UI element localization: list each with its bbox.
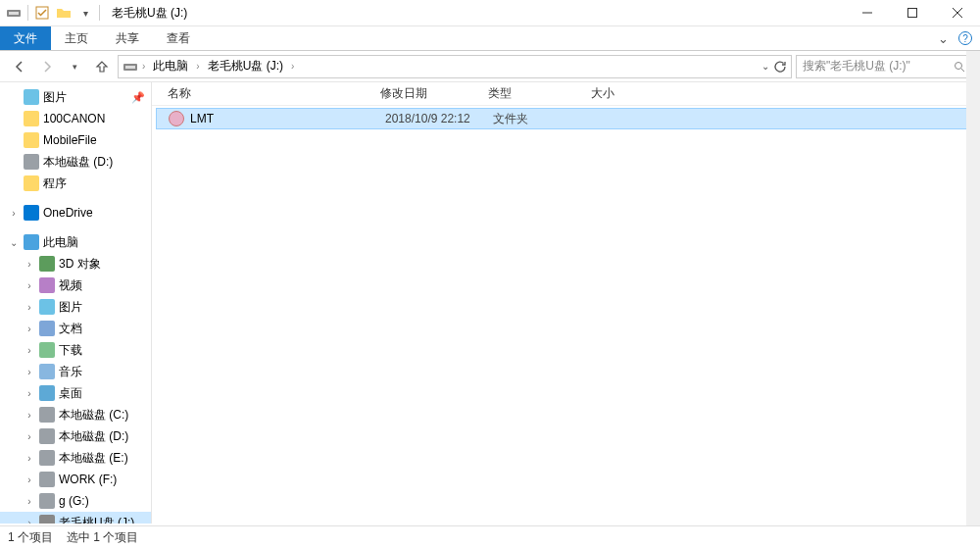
drive-small-icon <box>122 59 138 75</box>
col-type[interactable]: 类型 <box>480 85 583 102</box>
tree-label: 桌面 <box>59 385 82 402</box>
tree-label: OneDrive <box>43 206 93 220</box>
ribbon-expand-icon[interactable]: ⌄ <box>938 31 949 46</box>
close-button[interactable] <box>935 0 980 26</box>
expand-icon[interactable]: › <box>24 410 35 421</box>
tree-item[interactable]: ›100CANON <box>0 108 151 129</box>
tree-item[interactable]: ›本地磁盘 (D:) <box>0 151 151 173</box>
expand-icon[interactable]: › <box>24 259 35 270</box>
tree-label: 程序 <box>43 175 67 192</box>
expand-icon[interactable]: › <box>24 474 35 485</box>
chevron-right-icon[interactable]: › <box>194 61 201 72</box>
tree-label: 老毛桃U盘 (J:) <box>59 515 134 524</box>
nav-back-button[interactable] <box>8 55 31 78</box>
minimize-button[interactable] <box>845 0 890 26</box>
tree-label: 视频 <box>59 277 82 294</box>
col-size[interactable]: 大小 <box>583 85 662 102</box>
expand-icon[interactable]: › <box>24 453 35 464</box>
tree-item[interactable]: ›视频 <box>0 274 151 296</box>
search-icon <box>954 61 965 73</box>
tree-item[interactable]: ⌄此电脑 <box>0 231 151 253</box>
tab-share[interactable]: 共享 <box>102 26 153 50</box>
tree-item[interactable]: ›WORK (F:) <box>0 469 151 490</box>
column-headers[interactable]: 名称 修改日期 类型 大小 <box>152 82 980 106</box>
file-row[interactable]: LMT 2018/10/9 22:12 文件夹 <box>156 108 976 129</box>
ribbon-tabs: 文件 主页 共享 查看 ⌄ ? <box>0 26 980 51</box>
expand-icon[interactable]: › <box>24 302 35 313</box>
checkbox-icon[interactable] <box>34 5 50 21</box>
folder-icon <box>24 175 39 191</box>
scrollbar[interactable] <box>966 51 980 525</box>
expand-icon[interactable]: › <box>24 324 35 334</box>
tab-view[interactable]: 查看 <box>153 26 204 50</box>
tree-item[interactable]: ›g (G:) <box>0 490 151 512</box>
navigation-pane[interactable]: ›图片📌›100CANON›MobileFile›本地磁盘 (D:)›程序›On… <box>0 82 152 524</box>
drive-icon <box>24 154 39 170</box>
chevron-right-icon[interactable]: › <box>289 61 296 72</box>
col-name[interactable]: 名称 <box>152 85 372 102</box>
tree-item[interactable]: ›图片 <box>0 296 151 318</box>
tree-item[interactable]: ›本地磁盘 (E:) <box>0 447 151 469</box>
expand-icon[interactable]: › <box>24 518 35 524</box>
window-title: 老毛桃U盘 (J:) <box>112 5 187 22</box>
tree-item[interactable]: ›程序 <box>0 173 151 194</box>
tree-item[interactable]: ›图片📌 <box>0 86 151 108</box>
pc-icon <box>24 234 39 250</box>
expand-icon[interactable]: › <box>24 388 35 399</box>
breadcrumb[interactable]: › 此电脑 › 老毛桃U盘 (J:) › ⌄ <box>118 55 792 78</box>
tree-label: 音乐 <box>59 364 82 380</box>
drive-icon <box>6 5 22 21</box>
search-input[interactable]: 搜索"老毛桃U盘 (J:)" <box>796 55 972 78</box>
expand-icon[interactable]: › <box>24 496 35 507</box>
breadcrumb-dropdown-icon[interactable]: ⌄ <box>761 61 769 72</box>
tree-item[interactable]: ›文档 <box>0 318 151 339</box>
desktop-icon <box>39 385 55 401</box>
drive-icon <box>39 407 55 423</box>
tree-label: 本地磁盘 (D:) <box>59 428 128 445</box>
folder-icon <box>24 111 39 126</box>
tree-item[interactable]: ›3D 对象 <box>0 253 151 274</box>
expand-icon[interactable]: › <box>8 208 20 219</box>
tree-label: MobileFile <box>43 133 97 147</box>
folder-icon[interactable] <box>56 5 72 21</box>
tree-item[interactable]: ›老毛桃U盘 (J:) <box>0 512 151 524</box>
nav-forward-button[interactable] <box>35 55 59 78</box>
qat-separator <box>99 5 100 21</box>
titlebar: ▾ 老毛桃U盘 (J:) <box>0 0 980 26</box>
col-date[interactable]: 修改日期 <box>372 85 480 102</box>
tree-item[interactable]: ›本地磁盘 (D:) <box>0 425 151 447</box>
drive-icon <box>39 493 55 509</box>
drive-icon <box>39 472 55 487</box>
tree-item[interactable]: ›桌面 <box>0 382 151 404</box>
chevron-right-icon[interactable]: › <box>140 61 147 72</box>
status-count: 1 个项目 <box>8 529 53 546</box>
drive-icon <box>39 450 55 466</box>
qat-dropdown-icon[interactable]: ▾ <box>77 5 93 21</box>
music-icon <box>39 364 55 379</box>
expand-icon[interactable]: › <box>24 280 35 291</box>
status-selected: 选中 1 个项目 <box>67 529 138 546</box>
breadcrumb-seg-pc[interactable]: 此电脑 <box>149 58 192 75</box>
help-icon[interactable]: ? <box>958 31 972 45</box>
expand-icon[interactable]: › <box>24 431 35 442</box>
tree-item[interactable]: ›本地磁盘 (C:) <box>0 404 151 425</box>
expand-icon[interactable]: › <box>24 367 35 377</box>
svg-point-6 <box>956 62 962 69</box>
nav-up-button[interactable] <box>90 55 114 78</box>
breadcrumb-seg-drive[interactable]: 老毛桃U盘 (J:) <box>204 58 287 75</box>
qat-separator <box>27 5 28 21</box>
tab-file[interactable]: 文件 <box>0 26 51 50</box>
address-bar: ▾ › 此电脑 › 老毛桃U盘 (J:) › ⌄ 搜索"老毛桃U盘 (J:)" <box>0 51 980 82</box>
tree-item[interactable]: ›MobileFile <box>0 129 151 151</box>
expand-icon[interactable]: › <box>24 345 35 356</box>
nav-history-dropdown[interactable]: ▾ <box>63 55 86 78</box>
tree-item[interactable]: ›下载 <box>0 339 151 361</box>
drive-icon <box>39 428 55 444</box>
tree-label: 3D 对象 <box>59 256 101 273</box>
maximize-button[interactable] <box>890 0 935 26</box>
refresh-icon[interactable] <box>773 60 787 74</box>
tab-home[interactable]: 主页 <box>51 26 102 50</box>
tree-item[interactable]: ›音乐 <box>0 361 151 382</box>
expand-icon[interactable]: ⌄ <box>8 237 20 248</box>
tree-item[interactable]: ›OneDrive <box>0 202 151 224</box>
